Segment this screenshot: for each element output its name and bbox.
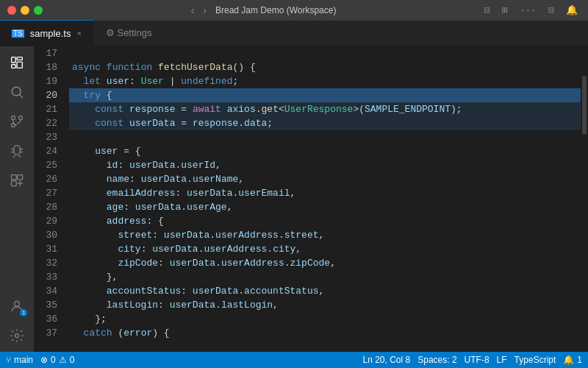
line-num-36: 36 (34, 312, 63, 326)
line-num-24: 24 (34, 144, 63, 158)
traffic-lights (7, 6, 43, 15)
status-spaces[interactable]: Spaces: 2 (417, 355, 456, 365)
activity-bottom: 1 (7, 296, 27, 346)
status-right: Ln 20, Col 8 Spaces: 2 UTF-8 LF TypeScri… (363, 355, 583, 365)
ts-icon: TS (12, 29, 24, 38)
warning-count: 0 (70, 355, 75, 365)
activity-account[interactable]: 1 (7, 296, 27, 316)
tab-close-icon[interactable]: × (76, 29, 81, 38)
line-num-32: 32 (34, 256, 63, 270)
activity-extensions[interactable] (7, 170, 27, 191)
status-encoding[interactable]: UTF-8 (465, 355, 490, 365)
line-num-21: 21 (34, 102, 63, 116)
status-position[interactable]: Ln 20, Col 8 (363, 355, 411, 365)
activity-bar: 1 (0, 46, 34, 352)
svg-rect-0 (12, 57, 16, 63)
tab-settings[interactable]: ⚙ Settings (94, 20, 164, 46)
line-num-18: 18 (34, 60, 63, 74)
panel-icon[interactable]: ⊟ (545, 3, 557, 18)
svg-point-6 (12, 116, 15, 120)
scrollbar-track[interactable] (581, 46, 588, 352)
title-bar: ‹ › Bread Jam Demo (Workspace) ⊟ ⊞ ··· ⊟… (0, 0, 588, 21)
line-num-29: 29 (34, 214, 63, 228)
nav-buttons: ‹ › (188, 4, 209, 16)
code-line-25: id: userData.userId, (69, 158, 581, 172)
forward-button[interactable]: › (200, 4, 209, 16)
line-num-27: 27 (34, 186, 63, 200)
code-line-23 (69, 130, 581, 144)
line-num-17: 17 (34, 46, 63, 60)
svg-point-13 (15, 334, 19, 338)
tab-label: sample.ts (30, 28, 71, 39)
code-line-37: catch (error) { (69, 326, 581, 340)
status-left: ⑂ main ⊗ 0 ⚠ 0 (6, 355, 74, 365)
back-button[interactable]: ‹ (188, 4, 198, 16)
error-icon: ⊗ (40, 355, 48, 365)
code-line-24: user = { (69, 144, 581, 158)
code-content[interactable]: async function fetchUserData() { let use… (69, 46, 581, 352)
branch-icon: ⑂ (6, 355, 11, 365)
svg-rect-10 (18, 175, 23, 180)
notification-badge: 1 (20, 309, 27, 316)
main-layout: 1 17 18 19 20 21 22 23 24 25 26 27 28 (0, 46, 588, 352)
activity-search[interactable] (7, 82, 27, 102)
editor-area: 17 18 19 20 21 22 23 24 25 26 27 28 29 3… (34, 46, 588, 352)
svg-point-7 (19, 116, 23, 120)
tab-bar: TS sample.ts × ⚙ Settings (0, 21, 588, 46)
line-num-26: 26 (34, 172, 63, 186)
activity-explorer[interactable] (7, 52, 27, 73)
more-icon[interactable]: ··· (517, 4, 539, 18)
status-bar: ⑂ main ⊗ 0 ⚠ 0 Ln 20, Col 8 Spaces: 2 UT… (0, 352, 588, 368)
svg-rect-3 (12, 65, 16, 68)
encoding-text: UTF-8 (465, 355, 490, 365)
window-title: Bread Jam Demo (Workspace) (215, 5, 337, 15)
code-line-36: }; (69, 312, 581, 326)
line-num-19: 19 (34, 74, 63, 88)
code-line-34: accountStatus: userData.accountStatus, (69, 284, 581, 298)
layout-icon[interactable]: ⊞ (499, 3, 511, 18)
code-line-31: city: userData.userAddress.city, (69, 242, 581, 256)
code-line-17 (69, 46, 581, 60)
line-num-33: 33 (34, 270, 63, 284)
split-editor-icon[interactable]: ⊟ (481, 3, 493, 18)
code-line-30: street: userData.userAddress.street, (69, 228, 581, 242)
code-line-33: }, (69, 270, 581, 284)
close-button[interactable] (7, 6, 16, 15)
line-num-25: 25 (34, 158, 63, 172)
activity-settings[interactable] (7, 325, 27, 346)
svg-rect-11 (12, 181, 17, 186)
warning-icon: ⚠ (59, 355, 67, 365)
spaces-text: Spaces: 2 (417, 355, 456, 365)
minimize-button[interactable] (21, 6, 29, 15)
title-center: ‹ › Bread Jam Demo (Workspace) (188, 4, 337, 16)
code-line-28: age: userData.userAge, (69, 200, 581, 214)
code-line-21: const response = await axios.get<UserRes… (69, 102, 581, 116)
tab-sample-ts[interactable]: TS sample.ts × (0, 20, 94, 46)
status-language[interactable]: TypeScript (514, 355, 556, 365)
line-num-34: 34 (34, 284, 63, 298)
code-line-22: const userData = response.data; (69, 116, 581, 130)
notifications-icon[interactable]: 🔔 (563, 3, 581, 18)
code-line-29: address: { (69, 214, 581, 228)
status-line-ending[interactable]: LF (497, 355, 507, 365)
svg-rect-1 (17, 57, 22, 60)
scrollbar-thumb[interactable] (582, 76, 587, 135)
status-errors[interactable]: ⊗ 0 ⚠ 0 (40, 355, 74, 365)
code-line-32: zipCode: userData.userAddress.zipCode, (69, 256, 581, 270)
svg-point-12 (15, 301, 20, 306)
svg-line-5 (19, 94, 22, 97)
status-notifications[interactable]: 🔔 1 (563, 355, 582, 365)
position-text: Ln 20, Col 8 (363, 355, 411, 365)
line-num-30: 30 (34, 228, 63, 242)
activity-debug[interactable] (7, 141, 27, 161)
language-text: TypeScript (514, 355, 556, 365)
status-branch[interactable]: ⑂ main (6, 355, 33, 365)
branch-name: main (14, 355, 33, 365)
activity-source-control[interactable] (7, 111, 27, 132)
line-num-28: 28 (34, 200, 63, 214)
maximize-button[interactable] (34, 6, 43, 15)
code-line-35: lastLogin: userData.lastLogin, (69, 298, 581, 312)
line-num-35: 35 (34, 298, 63, 312)
line-numbers: 17 18 19 20 21 22 23 24 25 26 27 28 29 3… (34, 46, 69, 352)
line-num-20: 20 (34, 88, 63, 102)
